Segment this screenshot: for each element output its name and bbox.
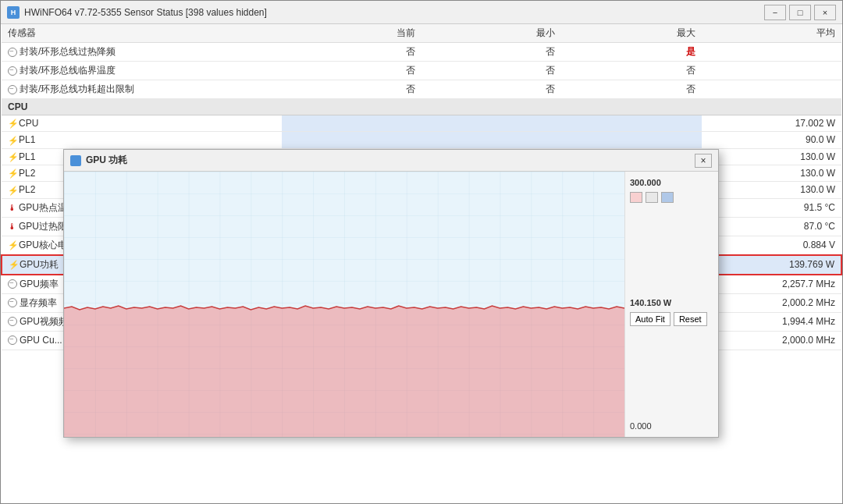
avg-val: [702, 62, 841, 80]
header-sensor: 传感器: [2, 24, 282, 43]
avg-val: 1,994.4 MHz: [702, 312, 841, 331]
temp-icon: 🌡: [8, 222, 17, 231]
current-val: 否: [282, 62, 422, 80]
min-val: 否: [422, 62, 561, 80]
table-row: 封装/环形总线临界温度 否 否 否: [2, 62, 841, 80]
minimize-button[interactable]: −: [764, 5, 786, 20]
bolt-icon: ⚡: [9, 260, 18, 270]
max-val: 是: [561, 43, 701, 62]
minus-icon: [8, 298, 17, 307]
avg-val: 90.0 W: [702, 132, 841, 148]
max-val: 否: [561, 62, 701, 80]
window-controls: − □ ×: [764, 5, 836, 20]
section-label: CPU: [2, 99, 841, 115]
autofit-button[interactable]: Auto Fit: [630, 312, 670, 326]
bolt-icon: ⚡: [8, 186, 17, 196]
sensor-label: ⚡PL1: [2, 132, 282, 148]
chart-svg: [64, 172, 624, 437]
close-button[interactable]: ×: [814, 5, 836, 20]
sensor-label: 封装/环形总线过热降频: [2, 43, 282, 62]
table-row: 封装/环形总线功耗超出限制 否 否 否: [2, 80, 841, 99]
color-box-2: [646, 192, 658, 203]
avg-val: 130.0 W: [702, 182, 841, 198]
chart-sidebar: 300.000 140.150 W Auto Fit Reset 0.000: [624, 172, 718, 437]
current-val: 否: [282, 80, 422, 99]
table-row: ⚡CPU 17.002 W: [2, 115, 841, 132]
minus-icon: [8, 335, 17, 345]
chart-area: [64, 172, 624, 437]
avg-val: 130.0 W: [702, 165, 841, 181]
avg-val: 2,000.0 MHz: [702, 331, 841, 350]
header-current: 当前: [282, 24, 422, 43]
gpu-power-modal: GPU 功耗 ×: [63, 149, 719, 438]
avg-val: 2,257.7 MHz: [702, 275, 841, 294]
avg-val: [702, 80, 841, 99]
avg-val: 17.002 W: [702, 115, 841, 132]
app-icon: H: [7, 6, 20, 19]
avg-val: 91.5 °C: [702, 198, 841, 217]
modal-body: 300.000 140.150 W Auto Fit Reset 0.000: [64, 172, 718, 437]
avg-val: 87.0 °C: [702, 217, 841, 236]
chart-buttons: Auto Fit Reset: [630, 312, 713, 326]
modal-title: GPU 功耗: [86, 154, 695, 167]
color-box-1: [630, 192, 642, 203]
main-window: H HWiNFO64 v7.72-5355 Sensor Status [398…: [0, 0, 843, 504]
section-header-cpu: CPU: [2, 99, 841, 115]
chart-y-max: 300.000: [630, 178, 713, 187]
modal-titlebar: GPU 功耗 ×: [64, 150, 718, 172]
bolt-icon: ⚡: [8, 136, 17, 146]
reset-button[interactable]: Reset: [674, 312, 707, 326]
chart-color-boxes: [630, 192, 713, 203]
header-max: 最大: [561, 24, 701, 43]
avg-val: 139.769 W: [702, 255, 841, 275]
minus-icon: [8, 48, 17, 57]
minus-icon: [8, 85, 17, 94]
minus-icon: [8, 66, 17, 76]
table-container: 传感器 当前 最小 最大 平均 封装/环形总线过热降频 否 否 是: [1, 24, 842, 503]
avg-val: 0.884 V: [702, 236, 841, 255]
window-title: HWiNFO64 v7.72-5355 Sensor Status [398 v…: [24, 7, 764, 18]
header-min: 最小: [422, 24, 561, 43]
color-box-3: [661, 192, 674, 203]
maximize-button[interactable]: □: [789, 5, 811, 20]
min-val: 否: [422, 80, 561, 99]
modal-close-button[interactable]: ×: [695, 154, 712, 168]
table-row: 封装/环形总线过热降频 否 否 是: [2, 43, 841, 62]
sensor-label: 封装/环形总线功耗超出限制: [2, 80, 282, 99]
bolt-icon: ⚡: [8, 119, 17, 129]
bolt-icon: ⚡: [8, 240, 17, 250]
sensor-label: ⚡CPU: [2, 115, 282, 132]
current-val: 否: [282, 43, 422, 62]
avg-val: 2,000.2 MHz: [702, 293, 841, 312]
min-val: 否: [422, 43, 561, 62]
sensor-label: 封装/环形总线临界温度: [2, 62, 282, 80]
table-row: ⚡PL1 90.0 W: [2, 132, 841, 148]
modal-icon: [70, 155, 81, 166]
temp-icon: 🌡: [8, 203, 17, 212]
chart-y-min: 0.000: [630, 421, 713, 431]
titlebar: H HWiNFO64 v7.72-5355 Sensor Status [398…: [1, 1, 842, 24]
chart-y-current: 140.150 W: [630, 298, 713, 307]
bolt-icon: ⚡: [8, 152, 17, 162]
max-val: 否: [561, 80, 701, 99]
minus-icon: [8, 317, 17, 326]
avg-val: 130.0 W: [702, 148, 841, 165]
bolt-icon: ⚡: [8, 169, 17, 179]
minus-icon: [8, 279, 17, 289]
header-avg: 平均: [702, 24, 841, 43]
avg-val: [702, 43, 841, 62]
